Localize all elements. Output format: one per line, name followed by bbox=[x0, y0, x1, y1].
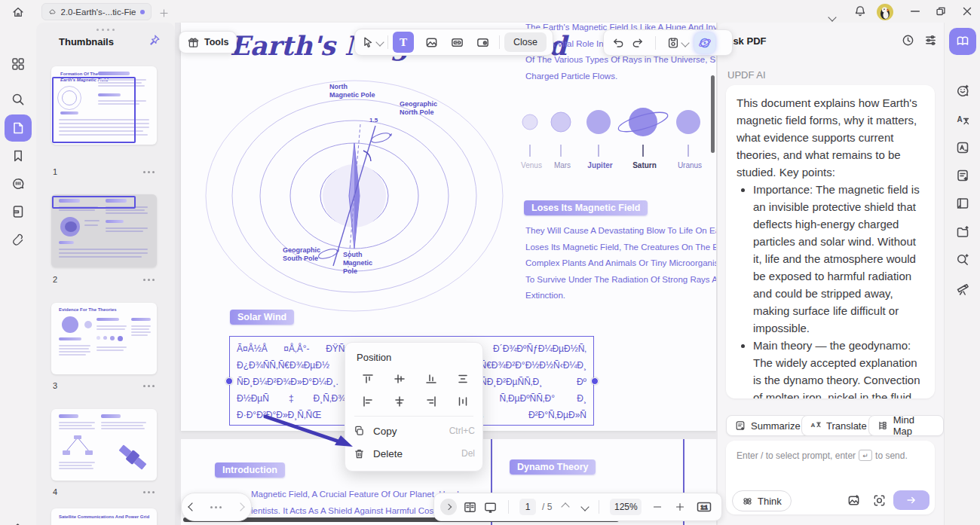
rail-item-explore[interactable] bbox=[955, 281, 970, 296]
prompt-input-area[interactable]: Enter / to select prompt, enter ↵ to sen… bbox=[726, 441, 935, 514]
grid-icon bbox=[11, 56, 26, 72]
save-button[interactable] bbox=[666, 36, 688, 50]
thumbnail-page-1[interactable]: Formation Of The Earth's Magnetic Field bbox=[51, 66, 157, 145]
rail-item-reader-view[interactable] bbox=[955, 196, 970, 211]
align-center-button[interactable] bbox=[394, 395, 406, 407]
save-icon bbox=[666, 36, 680, 50]
menu-item-copy[interactable]: Copy Ctrl+C bbox=[353, 420, 475, 441]
chevron-down-icon[interactable] bbox=[375, 38, 384, 46]
thumb3-more-button[interactable] bbox=[143, 385, 155, 387]
align-middle-button[interactable] bbox=[394, 373, 406, 385]
select-tool-button[interactable] bbox=[361, 35, 383, 49]
actual-size-button[interactable]: 1:1 bbox=[696, 499, 712, 514]
screenshot-button[interactable] bbox=[872, 493, 887, 508]
sidebar-item-thumbnails-selected[interactable] bbox=[5, 114, 32, 142]
thumb2-number: 2 bbox=[53, 275, 57, 284]
strip-prev-button[interactable] bbox=[188, 502, 196, 511]
menu-item-delete[interactable]: Delete Del bbox=[353, 443, 475, 464]
align-left-button[interactable] bbox=[362, 395, 374, 407]
undo-button[interactable] bbox=[611, 36, 625, 50]
thumbnail-page-2[interactable] bbox=[51, 194, 157, 267]
sidebar-item-attachments[interactable] bbox=[11, 232, 26, 247]
think-toggle-button[interactable]: Think bbox=[732, 490, 792, 511]
distribute-horizontal-button[interactable] bbox=[457, 395, 469, 407]
close-edit-toolbar-button[interactable]: Close bbox=[504, 32, 547, 52]
image-tool-button[interactable] bbox=[421, 32, 443, 53]
thumb1-more-button[interactable] bbox=[143, 171, 155, 173]
rail-item-ai-search[interactable] bbox=[955, 252, 970, 267]
book-sparkle-icon bbox=[955, 34, 970, 49]
thumb2-more-button[interactable] bbox=[143, 279, 155, 281]
redo-button[interactable] bbox=[631, 36, 645, 50]
selection-handle-right[interactable] bbox=[591, 377, 599, 385]
sidebar-item-home-grid[interactable] bbox=[11, 56, 26, 72]
thumb3-heading: Evidence For The Theories bbox=[59, 307, 117, 312]
pin-panel-button[interactable] bbox=[148, 34, 161, 47]
link-tool-button[interactable] bbox=[447, 32, 468, 53]
chevron-down-icon[interactable] bbox=[681, 38, 689, 47]
location-stamp-button[interactable] bbox=[472, 32, 493, 53]
new-tab-button[interactable] bbox=[159, 8, 169, 18]
align-bottom-button[interactable] bbox=[425, 373, 437, 385]
align-left-icon bbox=[362, 395, 374, 407]
document-tab[interactable]: 2.0-Earth's-...tic-Field(1) bbox=[41, 3, 152, 20]
panel-drag-handle[interactable] bbox=[96, 29, 115, 31]
align-top-button[interactable] bbox=[362, 373, 374, 385]
send-button[interactable] bbox=[893, 490, 929, 510]
selection-handle-left[interactable] bbox=[225, 377, 233, 385]
window-expand-button[interactable] bbox=[829, 10, 835, 23]
sidebar-item-comments[interactable] bbox=[11, 176, 26, 191]
vertical-scrollbar[interactable] bbox=[711, 75, 715, 153]
summarize-button[interactable]: Summarize bbox=[726, 415, 809, 436]
section-badge-loses-field: Loses Its Magnetic Field bbox=[524, 200, 648, 215]
rail-item-ai-files[interactable] bbox=[955, 224, 970, 240]
panel-settings-button[interactable] bbox=[923, 33, 938, 47]
thumb4-number: 4 bbox=[53, 487, 57, 496]
distribute-vertical-button[interactable] bbox=[457, 373, 469, 385]
rail-item-ai-summary[interactable] bbox=[955, 168, 970, 183]
restore-button[interactable] bbox=[934, 5, 948, 18]
insert-image-button[interactable] bbox=[847, 493, 861, 508]
search-icon bbox=[11, 92, 26, 107]
planets-diagram bbox=[520, 98, 716, 163]
history-button[interactable] bbox=[901, 33, 915, 47]
thumbnail-page-5[interactable]: Satellite Communications And Power Grid bbox=[51, 508, 157, 525]
minimize-button[interactable] bbox=[908, 5, 922, 18]
viewport-indicator[interactable] bbox=[52, 196, 136, 209]
sidebar-item-search[interactable] bbox=[11, 92, 26, 107]
notifications-button[interactable] bbox=[853, 5, 867, 18]
thumbnail-page-3[interactable]: Evidence For The Theories bbox=[51, 303, 157, 374]
ai-assistant-button[interactable] bbox=[694, 32, 715, 53]
viewport-indicator[interactable] bbox=[52, 77, 136, 143]
rail-item-ai-translate[interactable]: A bbox=[955, 112, 970, 127]
align-right-button[interactable] bbox=[425, 395, 437, 407]
rail-item-translate-page[interactable] bbox=[955, 140, 970, 155]
current-page-input[interactable]: 1 bbox=[519, 499, 536, 515]
user-avatar[interactable] bbox=[877, 4, 893, 20]
presentation-mode-button[interactable] bbox=[483, 500, 498, 514]
sidebar-item-signature[interactable] bbox=[11, 521, 26, 525]
zoom-in-button[interactable] bbox=[675, 502, 685, 512]
close-window-button[interactable] bbox=[960, 5, 974, 18]
rail-item-ask-pdf-selected[interactable] bbox=[949, 28, 976, 55]
text-tool-button-selected[interactable]: T bbox=[393, 32, 414, 53]
thumb4-more-button[interactable] bbox=[143, 491, 155, 493]
sidebar-item-pages[interactable] bbox=[11, 204, 26, 219]
strip-next-button[interactable] bbox=[236, 502, 244, 511]
thumbnail-page-4[interactable] bbox=[51, 409, 157, 481]
zoom-level-value[interactable]: 125% bbox=[610, 499, 642, 515]
translate-button[interactable]: A Translate bbox=[801, 415, 875, 436]
zoom-out-button[interactable] bbox=[652, 502, 663, 512]
planet-label-jupiter: Jupiter bbox=[576, 161, 624, 169]
context-menu: Position Copy Ctrl+C Delete Del bbox=[345, 342, 483, 472]
home-button[interactable] bbox=[11, 5, 25, 19]
sidebar-item-bookmarks[interactable] bbox=[11, 148, 26, 163]
rail-item-ai-chat[interactable] bbox=[955, 84, 970, 99]
collapse-toolbar-button[interactable] bbox=[440, 499, 457, 515]
tools-button[interactable]: Tools bbox=[179, 31, 237, 53]
reading-mode-button[interactable] bbox=[463, 500, 477, 514]
next-page-button[interactable] bbox=[581, 502, 590, 511]
mind-map-button[interactable]: Mind Map bbox=[868, 415, 944, 436]
previous-page-button[interactable] bbox=[562, 502, 570, 511]
strip-more-button[interactable] bbox=[210, 506, 222, 508]
